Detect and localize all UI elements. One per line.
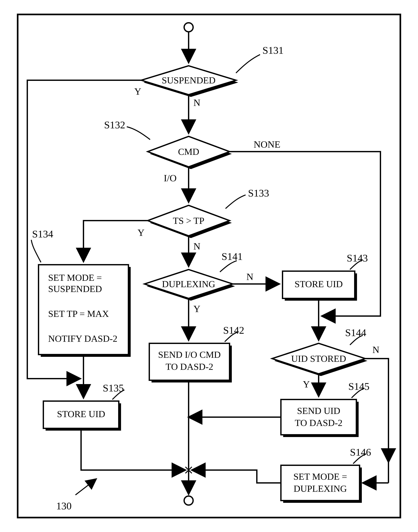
- s134-l4: NOTIFY DASD-2: [48, 333, 117, 344]
- decision-s131-text: SUSPENDED: [162, 75, 215, 86]
- label-s142: S142: [223, 325, 244, 336]
- label-s144: S144: [345, 327, 366, 338]
- flowchart-diagram: SUSPENDED S131 Y N CMD S132 NONE I/O TS …: [0, 0, 418, 532]
- process-s146: SET MODE = DUPLEXING: [281, 465, 362, 503]
- label-s133: S133: [248, 187, 269, 199]
- decision-s132: CMD: [148, 136, 232, 169]
- decision-s132-text: CMD: [178, 147, 199, 157]
- edge-s141-n: N: [246, 272, 253, 282]
- edge-s141-y: Y: [193, 304, 200, 314]
- s143-text: STORE UID: [295, 279, 343, 289]
- edge-s144-n: N: [372, 344, 379, 355]
- label-s146: S146: [350, 446, 371, 458]
- process-s135: STORE UID: [43, 401, 121, 430]
- svg-line-37: [75, 479, 96, 495]
- label-s141: S141: [221, 251, 243, 262]
- edge-s131-n: N: [193, 97, 200, 108]
- decision-s133-text: TS > TP: [173, 215, 204, 226]
- process-s134: SET MODE = SUSPENDED SET TP = MAX NOTIFY…: [38, 265, 131, 357]
- label-s132: S132: [104, 119, 125, 131]
- decision-s144-text: UID STORED: [291, 353, 346, 364]
- process-s142: SEND I/O CMD TO DASD-2: [149, 343, 232, 383]
- s142-l2: TO DASD-2: [166, 362, 213, 372]
- decision-s133: TS > TP: [148, 205, 232, 238]
- s135-text: STORE UID: [57, 409, 105, 419]
- decision-s141: DUPLEXING: [144, 270, 235, 301]
- s146-l2: DUPLEXING: [294, 483, 347, 494]
- edge-s132-none: NONE: [254, 139, 280, 150]
- start-terminator: [184, 23, 193, 32]
- process-s143: STORE UID: [282, 271, 357, 301]
- edge-s144-y: Y: [303, 379, 310, 390]
- decision-s141-text: DUPLEXING: [162, 279, 215, 289]
- s134-l2: SUSPENDED: [48, 284, 102, 294]
- s146-l1: SET MODE =: [293, 471, 347, 482]
- s134-l3: SET TP = MAX: [48, 308, 109, 319]
- s145-l1: SEND UID: [297, 406, 340, 416]
- s145-l2: TO DASD-2: [295, 418, 343, 428]
- s142-l1: SEND I/O CMD: [158, 350, 221, 360]
- label-s143: S143: [347, 252, 368, 264]
- process-s145: SEND UID TO DASD-2: [281, 399, 359, 437]
- s134-l1: SET MODE =: [48, 272, 102, 283]
- diagram-id-label: 130: [56, 500, 72, 512]
- edge-s132-io: I/O: [164, 173, 177, 183]
- label-s135: S135: [103, 382, 124, 394]
- edge-s133-n: N: [193, 241, 200, 251]
- label-s145: S145: [348, 381, 370, 392]
- label-s131: S131: [262, 45, 284, 56]
- svg-rect-30: [281, 399, 356, 435]
- decision-s144: UID STORED: [272, 343, 367, 376]
- edge-s133-y: Y: [138, 227, 144, 238]
- decision-s131: SUSPENDED: [141, 66, 238, 97]
- svg-rect-32: [281, 465, 360, 500]
- end-terminator: [184, 496, 193, 505]
- edge-s131-y: Y: [134, 86, 141, 97]
- label-s134: S134: [32, 228, 53, 240]
